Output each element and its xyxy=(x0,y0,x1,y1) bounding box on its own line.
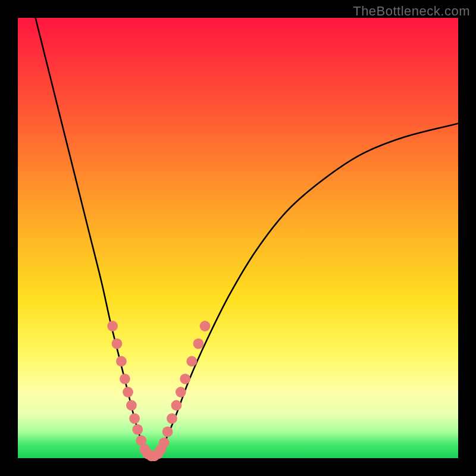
chart-frame: TheBottleneck.com xyxy=(0,0,476,476)
highlight-dot xyxy=(123,387,133,397)
highlight-dot xyxy=(200,321,211,331)
curve-svg xyxy=(18,18,458,458)
highlight-dots xyxy=(107,321,210,461)
plot-area xyxy=(18,18,458,458)
highlight-dot xyxy=(126,400,137,411)
highlight-dot xyxy=(167,414,177,424)
highlight-dot xyxy=(176,387,186,397)
highlight-dot xyxy=(159,437,170,448)
watermark-text: TheBottleneck.com xyxy=(353,4,470,19)
highlight-dot xyxy=(132,424,143,435)
highlight-dot xyxy=(193,339,204,349)
highlight-dot xyxy=(162,427,173,437)
highlight-dot xyxy=(180,374,190,384)
highlight-dot xyxy=(171,400,182,411)
bottleneck-curve xyxy=(36,18,458,456)
highlight-dot xyxy=(116,356,127,367)
highlight-dot xyxy=(129,414,140,424)
highlight-dot xyxy=(186,356,197,367)
highlight-dot xyxy=(120,374,130,384)
highlight-dot xyxy=(107,321,118,331)
highlight-dot xyxy=(112,339,123,349)
